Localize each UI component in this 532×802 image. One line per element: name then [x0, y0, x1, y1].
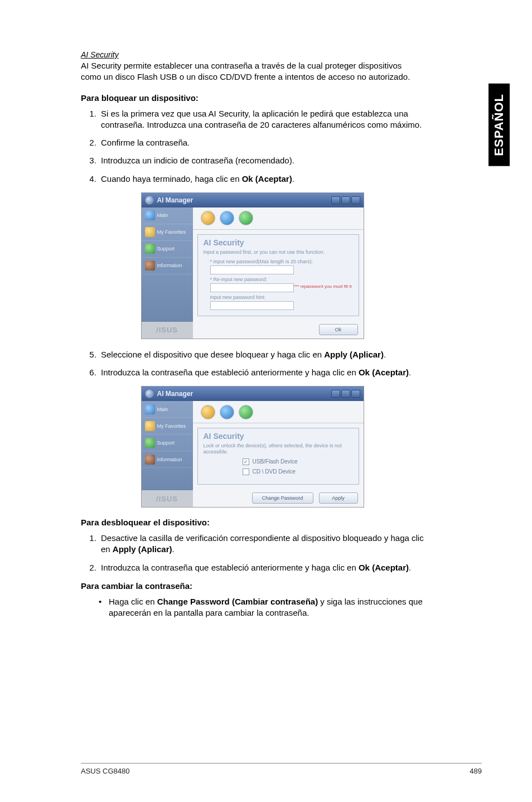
close-icon[interactable] — [351, 196, 360, 204]
hint-input[interactable] — [210, 301, 294, 310]
footer-page-number: 489 — [470, 767, 482, 775]
toolbar-tool-1-icon[interactable] — [201, 211, 215, 225]
toolbar-tool-3-icon[interactable] — [239, 211, 253, 225]
window-title: AI Manager — [157, 390, 331, 398]
screenshot-select-device: AI Manager Main My Favorites Support Inf… — [141, 386, 364, 508]
toolbar — [193, 401, 364, 423]
apply-button[interactable]: Apply — [319, 492, 358, 504]
sidebar-item-main[interactable]: Main — [142, 207, 193, 224]
information-icon — [145, 260, 155, 270]
lock-step-6: Introduzca la contraseña que estableció … — [99, 367, 424, 378]
ai-security-panel: AI Security Lock or unlock the device(s)… — [197, 428, 359, 485]
ok-button[interactable]: Ok — [319, 324, 358, 335]
section-intro: AI Security permite establecer una contr… — [81, 60, 424, 83]
change-password-button[interactable]: Change Password — [252, 492, 313, 504]
screenshot-set-password: AI Manager Main My Favorites Support Inf… — [141, 192, 364, 339]
new-password-input[interactable] — [210, 265, 294, 274]
sidebar-item-favorites[interactable]: My Favorites — [142, 224, 193, 241]
lock-steps-1-4: Si es la primera vez que usa AI Security… — [81, 108, 424, 185]
sidebar-brand: /ISUS — [142, 490, 193, 507]
usb-flash-checkbox[interactable]: ✓ — [243, 458, 249, 465]
unlock-steps: Desactive la casilla de verificación cor… — [81, 533, 424, 573]
minimize-icon[interactable] — [331, 390, 340, 398]
main-icon — [145, 404, 155, 414]
support-icon — [145, 438, 155, 448]
panel-title: AI Security — [204, 238, 353, 247]
change-bullets: Haga clic en Change Password (Cambiar co… — [81, 596, 424, 619]
reinput-password-label: * Re-input new password: — [210, 277, 353, 282]
sidebar: Main My Favorites Support Information /I… — [142, 207, 193, 339]
language-side-tab: ESPAÑOL — [489, 84, 510, 166]
lock-step-2: Confirme la contraseña. — [99, 137, 424, 148]
sidebar-item-information[interactable]: Information — [142, 258, 193, 274]
lock-heading: Para bloquear un dispositivo: — [81, 93, 424, 103]
maximize-icon[interactable] — [341, 196, 350, 204]
sidebar: Main My Favorites Support Information /I… — [142, 401, 193, 507]
app-logo-icon — [145, 196, 154, 205]
change-bullet-1: Haga clic en Change Password (Cambiar co… — [99, 596, 424, 619]
section-title: AI Security — [81, 50, 424, 59]
app-logo-icon — [145, 389, 154, 398]
cd-dvd-option[interactable]: CD \ DVD Device — [243, 468, 353, 475]
new-password-label: * Input new password(Max length is 20 ch… — [210, 259, 353, 264]
sidebar-brand: /ISUS — [142, 322, 193, 339]
favorites-icon — [145, 227, 155, 237]
cd-dvd-label: CD \ DVD Device — [253, 468, 296, 475]
favorites-icon — [145, 421, 155, 431]
lock-steps-5-6: Seleccione el dispositivo que desee bloq… — [81, 349, 424, 379]
sidebar-item-information[interactable]: Information — [142, 451, 193, 468]
cd-dvd-checkbox[interactable] — [243, 468, 249, 475]
lock-step-5: Seleccione el dispositivo que desee bloq… — [99, 349, 424, 360]
unlock-heading: Para desbloquear el dispositivo: — [81, 518, 424, 527]
main-icon — [145, 210, 155, 220]
page-content: AI Security AI Security permite establec… — [0, 0, 457, 619]
panel-desc: Input a password first, or you can not u… — [204, 249, 353, 255]
page-footer: ASUS CG8480 489 — [81, 763, 482, 775]
panel-desc: Lock or unlock the device(s), others sel… — [204, 443, 353, 455]
maximize-icon[interactable] — [341, 390, 350, 398]
toolbar-tool-2-icon[interactable] — [220, 211, 234, 225]
panel-title: AI Security — [204, 432, 353, 441]
sidebar-item-support[interactable]: Support — [142, 241, 193, 258]
lock-step-1: Si es la primera vez que usa AI Security… — [99, 108, 424, 131]
reinput-password-input[interactable] — [210, 283, 294, 292]
support-icon — [145, 244, 155, 254]
toolbar-tool-2-icon[interactable] — [220, 405, 234, 419]
sidebar-item-main[interactable]: Main — [142, 401, 193, 418]
window-titlebar: AI Manager — [142, 193, 364, 207]
password-warning: *** repassword you must fill it — [294, 284, 352, 289]
footer-product: ASUS CG8480 — [81, 767, 129, 775]
lock-step-4: Cuando haya terminado, haga clic en Ok (… — [99, 173, 424, 185]
hint-label: Input new password hint: — [210, 294, 353, 300]
toolbar — [193, 207, 364, 230]
close-icon[interactable] — [351, 390, 360, 398]
sidebar-item-favorites[interactable]: My Favorites — [142, 418, 193, 434]
window-title: AI Manager — [157, 196, 331, 204]
information-icon — [145, 455, 155, 465]
unlock-step-2: Introduzca la contraseña que estableció … — [99, 562, 424, 573]
change-heading: Para cambiar la contraseña: — [81, 581, 424, 591]
sidebar-item-support[interactable]: Support — [142, 434, 193, 451]
unlock-step-1: Desactive la casilla de verificación cor… — [99, 533, 424, 555]
usb-flash-label: USB/Flash Device — [253, 458, 298, 465]
window-titlebar: AI Manager — [142, 386, 364, 401]
minimize-icon[interactable] — [331, 196, 340, 204]
toolbar-tool-3-icon[interactable] — [239, 405, 253, 419]
ai-security-panel: AI Security Input a password first, or y… — [197, 234, 359, 316]
lock-step-3: Introduzca un indicio de contraseña (rec… — [99, 155, 424, 166]
toolbar-tool-1-icon[interactable] — [201, 405, 215, 419]
usb-flash-option[interactable]: ✓ USB/Flash Device — [243, 458, 353, 465]
